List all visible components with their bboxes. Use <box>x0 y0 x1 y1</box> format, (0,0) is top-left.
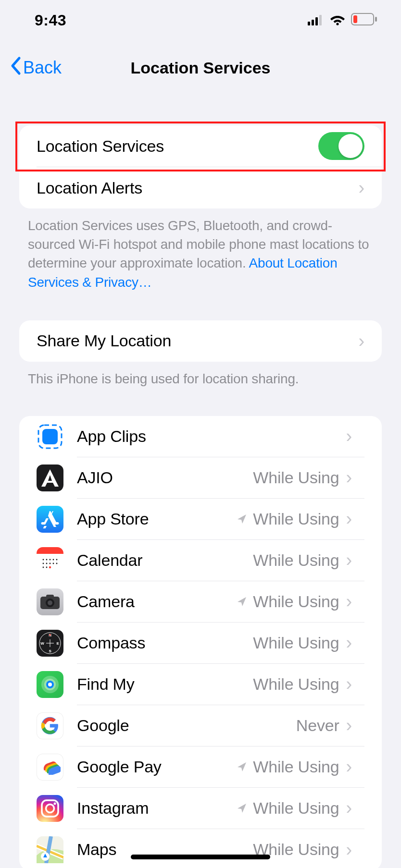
ajio-icon <box>37 465 63 491</box>
app-row-content: CompassWhile Using› <box>77 623 364 664</box>
compass-icon: NESW <box>37 630 63 657</box>
svg-point-14 <box>56 559 58 561</box>
chevron-right-icon: › <box>359 332 364 350</box>
chevron-right-icon: › <box>346 841 352 859</box>
findmy-icon <box>37 671 63 698</box>
location-services-toggle-row[interactable]: Location Services <box>19 125 382 167</box>
app-name: Camera <box>77 592 236 611</box>
app-row-content: CalendarWhile Using› <box>77 540 364 581</box>
svg-point-17 <box>50 563 51 564</box>
svg-point-40 <box>46 804 54 812</box>
app-row[interactable]: App Clips› <box>19 416 382 457</box>
calendar-icon <box>37 547 63 574</box>
chevron-right-icon: › <box>346 675 352 693</box>
settings-group-main: Location Services Location Alerts › <box>19 125 382 208</box>
google-icon <box>37 712 63 739</box>
app-name: App Clips <box>77 427 344 446</box>
appclips-icon <box>37 423 63 450</box>
status-time: 9:43 <box>35 12 66 29</box>
location-alerts-row[interactable]: Location Alerts › <box>19 167 382 208</box>
svg-point-19 <box>56 563 58 564</box>
svg-rect-6 <box>353 15 357 23</box>
app-permission-value: While Using <box>253 592 339 611</box>
app-permission-value: While Using <box>253 551 339 570</box>
svg-rect-39 <box>42 800 58 817</box>
app-row[interactable]: InstagramWhile Using› <box>19 788 382 829</box>
app-row[interactable]: MapsWhile Using› <box>19 829 382 868</box>
app-name: Google Pay <box>77 758 236 776</box>
back-label: Back <box>23 58 62 78</box>
status-icons <box>308 12 378 29</box>
battery-icon <box>351 12 378 29</box>
location-arrow-icon <box>236 513 248 525</box>
chevron-right-icon: › <box>346 510 352 528</box>
app-permission-value: While Using <box>253 468 339 487</box>
app-row-content: AJIOWhile Using› <box>77 457 364 499</box>
app-row-content: InstagramWhile Using› <box>77 788 364 829</box>
app-name: Google <box>77 716 296 735</box>
svg-point-15 <box>43 563 44 564</box>
app-row-content: MapsWhile Using› <box>77 829 364 868</box>
svg-text:W: W <box>40 641 44 646</box>
app-row[interactable]: CameraWhile Using› <box>19 581 382 623</box>
location-services-toggle[interactable] <box>318 132 364 160</box>
row-label: Location Services <box>37 137 318 156</box>
svg-rect-24 <box>46 595 54 599</box>
svg-text:S: S <box>49 649 51 653</box>
app-permission-value: While Using <box>253 634 339 652</box>
toggle-knob <box>338 134 363 158</box>
cellular-icon <box>308 12 324 29</box>
svg-point-11 <box>46 559 48 561</box>
app-name: Calendar <box>77 551 253 570</box>
row-label: Location Alerts <box>37 179 357 197</box>
svg-rect-3 <box>319 15 322 25</box>
app-name: Find My <box>77 675 253 694</box>
chevron-right-icon: › <box>346 799 352 817</box>
app-row[interactable]: Google PayWhile Using› <box>19 746 382 788</box>
svg-rect-2 <box>315 17 318 25</box>
app-row[interactable]: Find MyWhile Using› <box>19 664 382 705</box>
share-footer: This iPhone is being used for location s… <box>19 362 382 388</box>
svg-rect-0 <box>308 22 310 25</box>
app-row-content: GoogleNever› <box>77 705 364 746</box>
app-row-content: App StoreWhile Using› <box>77 499 364 540</box>
app-row[interactable]: App StoreWhile Using› <box>19 499 382 540</box>
svg-point-13 <box>53 559 54 561</box>
location-description: Location Services uses GPS, Bluetooth, a… <box>19 208 382 292</box>
chevron-right-icon: › <box>346 427 352 445</box>
app-permission-value: While Using <box>253 510 339 528</box>
app-row[interactable]: NESWCompassWhile Using› <box>19 623 382 664</box>
svg-point-20 <box>43 567 44 568</box>
nav-bar: Back Location Services <box>0 49 401 87</box>
svg-point-38 <box>48 683 52 686</box>
chevron-right-icon: › <box>346 468 352 487</box>
svg-rect-9 <box>42 429 58 444</box>
app-row[interactable]: CalendarWhile Using› <box>19 540 382 581</box>
gpay-icon <box>37 754 63 781</box>
home-indicator[interactable] <box>131 855 270 859</box>
location-arrow-icon <box>236 760 248 773</box>
instagram-icon <box>37 795 63 822</box>
row-label: Share My Location <box>37 331 357 350</box>
svg-point-22 <box>49 566 51 568</box>
svg-text:E: E <box>56 641 59 646</box>
share-my-location-row[interactable]: Share My Location › <box>19 320 382 362</box>
svg-rect-7 <box>375 17 377 22</box>
settings-group-apps: App Clips›AJIOWhile Using›App StoreWhile… <box>19 416 382 868</box>
settings-group-share: Share My Location › <box>19 320 382 362</box>
svg-point-4 <box>336 23 338 25</box>
app-row[interactable]: GoogleNever› <box>19 705 382 746</box>
chevron-left-icon <box>10 56 21 79</box>
app-permission-value: While Using <box>253 675 339 694</box>
app-name: Instagram <box>77 799 236 818</box>
svg-point-26 <box>48 600 52 605</box>
location-arrow-icon <box>236 802 248 814</box>
page-title: Location Services <box>130 59 270 77</box>
wifi-icon <box>330 12 345 29</box>
svg-point-21 <box>46 567 48 568</box>
location-arrow-icon <box>236 595 248 608</box>
chevron-right-icon: › <box>346 551 352 569</box>
svg-rect-1 <box>312 20 314 25</box>
back-button[interactable]: Back <box>10 56 62 79</box>
app-row[interactable]: AJIOWhile Using› <box>19 457 382 499</box>
